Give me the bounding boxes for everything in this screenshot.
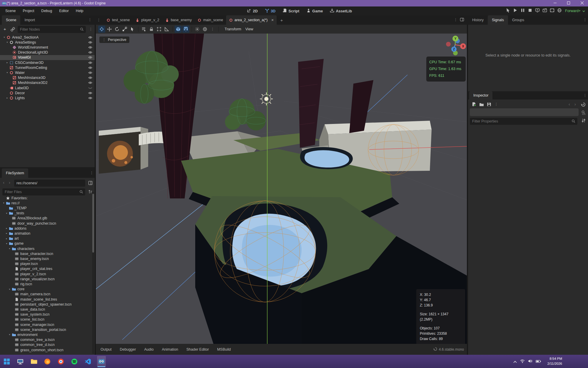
file-row[interactable]: base_enemy.tscn — [0, 256, 95, 261]
menu-help[interactable]: Help — [74, 8, 86, 14]
select-tool-icon[interactable] — [129, 26, 136, 33]
nav-forward-icon[interactable]: › — [9, 180, 10, 185]
taskbar-clock[interactable]: 8:54 PM 2/11/2026 — [547, 356, 562, 366]
visibility-eye-icon[interactable] — [88, 51, 92, 54]
visibility-eye-icon[interactable] — [88, 76, 92, 79]
preview-environment-toggle-icon[interactable] — [201, 26, 208, 33]
file-row[interactable]: _TEMP — [0, 205, 95, 210]
chevron-down-icon[interactable]: ▾ — [5, 71, 9, 74]
visibility-eye-icon[interactable] — [88, 97, 92, 100]
filter-nodes-input[interactable]: Filter Nodes — [18, 26, 86, 33]
inspector-dock-menu[interactable]: ⋮ — [583, 93, 587, 97]
file-row[interactable]: save_system.tscn — [0, 312, 95, 317]
tab-scene[interactable]: Scene — [2, 15, 20, 25]
taskbar-app-folder[interactable] — [29, 356, 38, 367]
filesystem-scrollbar-thumb[interactable] — [92, 194, 94, 253]
file-row[interactable]: ▸art — [0, 236, 95, 241]
menu-project[interactable]: Project — [20, 8, 36, 14]
visibility-hidden-icon[interactable] — [88, 87, 92, 89]
movie-maker-icon[interactable] — [542, 8, 547, 14]
file-row[interactable]: door_way_puncher.tscn — [0, 221, 95, 226]
scene-tree-menu[interactable]: ⋮ — [89, 27, 93, 31]
taskbar-app-spotify[interactable] — [70, 356, 79, 367]
scene-node-row[interactable]: ▾Area2_SectionA — [0, 35, 95, 40]
scene-node-row[interactable]: TunnelRoomCeiling — [0, 65, 95, 70]
viewport-menu-transform[interactable]: Transform — [225, 27, 241, 31]
perspective-menu[interactable]: ⋮ Perspective — [99, 37, 129, 43]
scene-tab-list-menu[interactable]: ⋮ — [97, 18, 101, 22]
taskbar-app-firefox[interactable] — [43, 356, 52, 367]
visibility-eye-icon[interactable] — [88, 66, 92, 69]
scene-node-row[interactable]: ▾Water — [0, 70, 95, 75]
transform-tool-icon[interactable] — [98, 26, 105, 33]
file-row[interactable]: ▾characters — [0, 246, 95, 251]
taskbar-app-browser-red[interactable] — [56, 356, 65, 367]
file-row[interactable]: grass_common_short.tscn — [0, 347, 95, 352]
chevron-down-icon[interactable]: ▾ — [2, 202, 6, 204]
file-row[interactable]: main_camera.tscn — [0, 292, 95, 297]
menu-debug[interactable]: Debug — [39, 8, 54, 14]
scene-tab-test-scene[interactable]: test_scene — [103, 15, 133, 25]
visibility-eye-icon[interactable] — [88, 56, 92, 59]
chevron-right-icon[interactable]: ▸ — [5, 97, 9, 99]
move-tool-icon[interactable] — [106, 26, 113, 33]
tab-inspector[interactable]: Inspector — [469, 91, 492, 100]
new-resource-icon[interactable] — [472, 102, 476, 108]
chevron-down-icon[interactable]: ▾ — [8, 288, 11, 291]
file-row[interactable]: player_crit_stat.tres — [0, 266, 95, 271]
play-icon[interactable] — [513, 8, 518, 14]
distraction-free-icon[interactable] — [460, 17, 464, 23]
web-icon[interactable] — [557, 8, 562, 14]
load-resource-icon[interactable] — [479, 102, 484, 108]
file-row[interactable]: ▸addons — [0, 226, 95, 231]
file-row[interactable]: range_visualizer.tscn — [0, 276, 95, 281]
ruler-tool-icon[interactable] — [163, 26, 170, 33]
visibility-eye-icon[interactable] — [88, 71, 92, 74]
volume-icon[interactable] — [528, 359, 532, 364]
rotate-tool-icon[interactable] — [113, 26, 121, 33]
tab-filesystem[interactable]: FileSystem — [2, 168, 28, 178]
chevron-down-icon[interactable]: ▾ — [5, 212, 9, 215]
file-row[interactable]: base_character.tscn — [0, 251, 95, 256]
chevron-right-icon[interactable]: ▸ — [5, 227, 9, 230]
bottom-panel-output[interactable]: Output — [101, 347, 112, 352]
battery-icon[interactable] — [536, 359, 541, 364]
chevron-right-icon[interactable]: ▸ — [5, 232, 9, 235]
tray-expand-icon[interactable] — [513, 359, 517, 364]
file-row[interactable]: ▾core — [0, 287, 95, 292]
chevron-down-icon[interactable]: ▾ — [5, 41, 9, 44]
scene-tab-main-scene[interactable]: main_scene — [195, 15, 226, 25]
bottom-panel-shader-editor[interactable]: Shader Editor — [186, 347, 209, 352]
chevron-right-icon[interactable]: ▸ — [5, 237, 9, 240]
file-row[interactable]: Favorites: — [0, 195, 95, 200]
visibility-eye-icon[interactable] — [88, 36, 92, 39]
mode-2d[interactable]: 2D — [247, 8, 258, 14]
save-icon[interactable] — [487, 102, 491, 108]
snap-toggle-icon[interactable] — [182, 26, 189, 33]
mode-assetlib[interactable]: AssetLib — [330, 8, 352, 14]
selection-list-tool-icon[interactable] — [140, 26, 147, 33]
file-row[interactable]: Area2Blockout.glb — [0, 216, 95, 221]
mode-3d[interactable]: 3D — [265, 8, 276, 14]
nav-back-icon[interactable]: ‹ — [3, 180, 4, 185]
taskbar-app-file-explorer[interactable] — [16, 356, 25, 367]
signals-dock-menu[interactable]: ⋮ — [583, 18, 587, 22]
scene-node-row[interactable]: Label3D — [0, 85, 95, 90]
file-row[interactable]: scene_manager.tscn — [0, 322, 95, 327]
mode-script[interactable]: Script — [283, 8, 299, 14]
renderer-select[interactable]: Forward+ — [565, 6, 585, 15]
file-row[interactable]: scene_transition_portal.tscn — [0, 327, 95, 332]
tab-import[interactable]: Import — [20, 15, 39, 25]
sort-files-icon[interactable] — [88, 190, 93, 195]
axis-gizmo[interactable]: Y X Z — [440, 34, 467, 58]
scene-node-row[interactable]: Decor — [0, 90, 95, 95]
path-input[interactable]: res://scenes/ — [14, 180, 85, 187]
visibility-eye-icon[interactable] — [88, 92, 92, 95]
resource-options-menu[interactable]: ⋮ — [495, 102, 498, 106]
preview-sun-toggle-icon[interactable] — [194, 26, 201, 33]
more-options-icon[interactable]: ⋮ — [209, 26, 216, 33]
history-forward-icon[interactable]: › — [574, 102, 576, 107]
mode-game[interactable]: Game — [306, 8, 323, 14]
scene-node-row[interactable]: WorldEnvironment — [0, 45, 95, 50]
bottom-panel-audio[interactable]: Audio — [144, 347, 153, 352]
